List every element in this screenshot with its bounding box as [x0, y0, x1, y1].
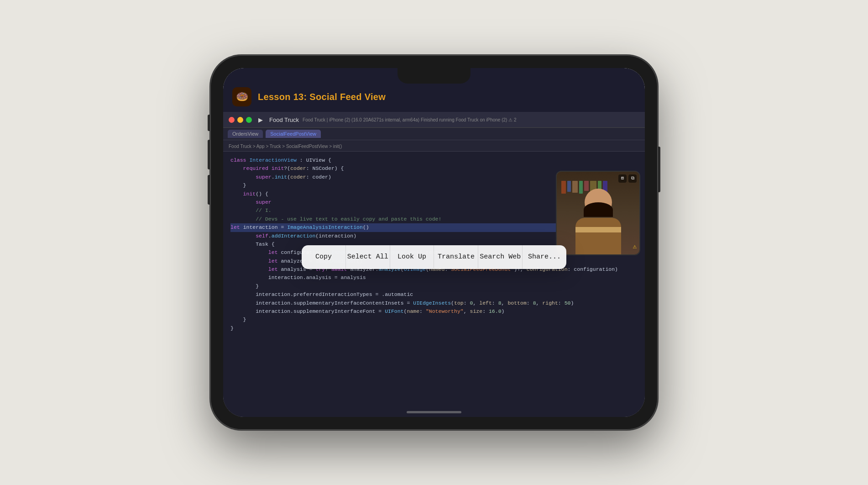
- grid-icon: ⊞: [618, 174, 627, 183]
- code-line-19: interaction.preferredInteractionTypes = …: [230, 290, 638, 299]
- xcode-breadcrumb: OrdersView SocialFeedPostView: [223, 128, 645, 140]
- person-body: [575, 218, 621, 254]
- search-web-menu-item[interactable]: Search Web: [478, 245, 523, 269]
- share-menu-item[interactable]: Share...: [523, 245, 566, 269]
- tab-ordersview[interactable]: OrdersView: [228, 130, 263, 138]
- traffic-lights: [229, 117, 252, 123]
- code-line-1: class InteractionView : UIView {: [230, 156, 638, 164]
- code-line-18: }: [230, 282, 638, 290]
- video-icons: ⊞ ⧉: [618, 174, 637, 183]
- translate-menu-item[interactable]: Translate: [434, 245, 478, 269]
- home-indicator: [407, 411, 461, 413]
- video-overlay: ⊞ ⧉ ⚠: [556, 171, 640, 255]
- play-button[interactable]: ▶: [256, 115, 266, 125]
- look-up-menu-item[interactable]: Look Up: [390, 245, 434, 269]
- app-title: Lesson 13: Social Feed View: [258, 92, 386, 102]
- phone-screen: 🍩 Lesson 13: Social Feed View ▶: [223, 68, 645, 417]
- mute-button: [208, 115, 210, 131]
- volume-up-button: [208, 140, 210, 169]
- project-name: Food Truck: [269, 116, 299, 123]
- person-stripe: [575, 227, 621, 232]
- code-line-17: interaction.analysis = analysis: [230, 274, 638, 282]
- warning-icon: ⚠: [633, 242, 637, 252]
- screen-content: 🍩 Lesson 13: Social Feed View ▶: [223, 68, 645, 417]
- code-line-20: interaction.supplementaryInterfaceConten…: [230, 299, 638, 307]
- person-figure: [575, 189, 621, 254]
- code-editor[interactable]: class InteractionView : UIView { require…: [223, 152, 645, 417]
- phone-container: 🍩 Lesson 13: Social Feed View ▶: [210, 55, 658, 430]
- code-line-23: }: [230, 324, 638, 332]
- power-button: [658, 147, 660, 192]
- volume-down-button: [208, 175, 210, 205]
- code-line-22: }: [230, 316, 638, 324]
- video-person: [557, 172, 639, 254]
- select-all-menu-item[interactable]: Select All: [346, 245, 390, 269]
- app-icon: 🍩: [232, 87, 251, 106]
- file-breadcrumb: Food Truck > App > Truck > SocialFeedPos…: [223, 140, 645, 152]
- xcode-window: ▶ Food Truck Food Truck | iPhone (2) (16…: [223, 112, 645, 417]
- device-info: Food Truck | iPhone (2) (16.0 20A6271s i…: [303, 117, 639, 122]
- maximize-button[interactable]: [246, 117, 252, 123]
- phone-body: 🍩 Lesson 13: Social Feed View ▶: [210, 55, 658, 430]
- phone-notch: [397, 68, 471, 84]
- copy-menu-item[interactable]: Copy: [302, 245, 346, 269]
- xcode-toolbar: ▶ Food Truck Food Truck | iPhone (2) (16…: [223, 112, 645, 128]
- expand-icon: ⧉: [628, 174, 637, 183]
- context-menu: Copy Select All Look Up Translate Search…: [302, 245, 566, 269]
- breadcrumb-path: Food Truck > App > Truck > SocialFeedPos…: [229, 144, 342, 149]
- code-line-21: interaction.supplementaryInterfaceFont =…: [230, 307, 638, 316]
- tab-socialfeedpostview[interactable]: SocialFeedPostView: [266, 130, 321, 138]
- minimize-button[interactable]: [237, 117, 243, 123]
- close-button[interactable]: [229, 117, 235, 123]
